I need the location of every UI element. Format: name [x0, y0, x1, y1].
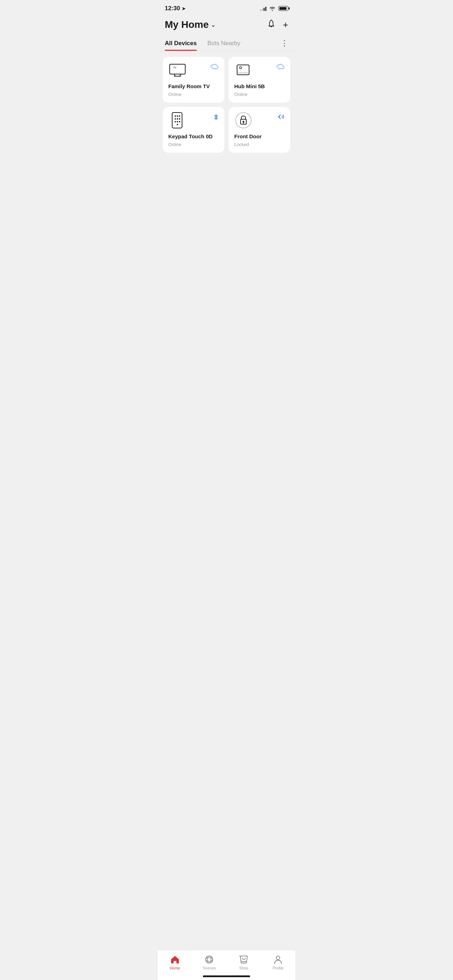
device-status: Online	[234, 92, 285, 97]
chevron-down-icon: ⌄	[211, 21, 216, 29]
page-title: My Home	[165, 19, 208, 30]
svg-point-16	[175, 121, 176, 123]
home-title[interactable]: My Home ⌄	[165, 19, 216, 30]
bluetooth-icon	[213, 113, 219, 123]
tv-icon: TV	[168, 63, 187, 77]
devices-grid: TV Family Room TV Online	[158, 51, 295, 158]
device-card-keypad-touch-0d[interactable]: Keypad Touch 0D Online	[163, 107, 224, 153]
svg-point-20	[236, 113, 251, 128]
header-icons: +	[267, 19, 288, 30]
svg-point-19	[177, 124, 178, 125]
svg-point-11	[177, 115, 178, 117]
battery-icon	[278, 6, 288, 11]
device-name: Hub Mini 5B	[234, 83, 285, 90]
status-bar: 12:30 ➤	[158, 0, 295, 15]
device-status: Locked	[234, 142, 285, 147]
add-device-button[interactable]: +	[283, 19, 288, 30]
header: My Home ⌄ +	[158, 15, 295, 36]
tabs-bar: All Devices Bots Nearby ⋮	[158, 36, 295, 51]
device-name: Front Door	[234, 133, 285, 140]
svg-point-17	[177, 121, 178, 123]
svg-text:TV: TV	[173, 66, 176, 69]
device-card-hub-mini-5b[interactable]: SwitchBot Hub Mini 5B Online	[229, 57, 290, 103]
svg-point-7	[240, 67, 242, 69]
tab-bots-nearby[interactable]: Bots Nearby	[207, 37, 241, 51]
signal-bars-icon	[260, 6, 266, 11]
location-arrow-icon: ➤	[182, 6, 186, 11]
notification-bell-button[interactable]	[267, 19, 276, 30]
cloud-connection-icon	[210, 63, 219, 71]
tab-all-devices[interactable]: All Devices	[165, 37, 197, 51]
device-status: Online	[168, 92, 219, 97]
lock-icon	[234, 113, 253, 127]
keypad-icon	[168, 113, 187, 127]
svg-point-10	[175, 115, 176, 117]
wifi-icon	[269, 6, 275, 11]
svg-point-0	[271, 20, 272, 21]
device-card-family-room-tv[interactable]: TV Family Room TV Online	[163, 57, 224, 103]
cloud-connection-icon	[276, 63, 285, 71]
device-card-front-door[interactable]: Front Door Locked	[229, 107, 290, 153]
device-status: Online	[168, 142, 219, 147]
svg-point-14	[177, 118, 178, 119]
svg-point-12	[179, 115, 180, 117]
svg-point-15	[179, 118, 180, 119]
svg-point-18	[179, 121, 180, 123]
bluetooth-signal-icon	[277, 113, 285, 122]
status-time: 12:30 ➤	[165, 5, 186, 12]
switchbot-hub-icon: SwitchBot	[234, 63, 253, 77]
svg-rect-1	[170, 64, 185, 74]
svg-point-13	[175, 118, 176, 119]
time-display: 12:30	[165, 5, 180, 12]
svg-rect-9	[172, 113, 182, 128]
device-name: Family Room TV	[168, 83, 219, 90]
status-right	[260, 6, 288, 11]
main-content: TV Family Room TV Online	[158, 51, 295, 194]
svg-point-22	[243, 121, 245, 123]
device-name: Keypad Touch 0D	[168, 133, 219, 140]
svg-text:SwitchBot: SwitchBot	[238, 72, 248, 74]
tabs-menu-button[interactable]: ⋮	[280, 36, 288, 51]
